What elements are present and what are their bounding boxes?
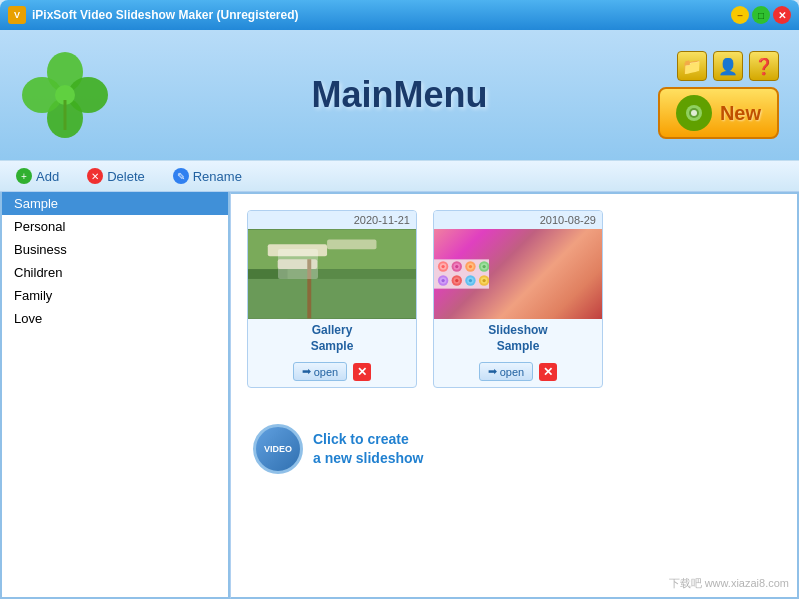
new-button[interactable]: New <box>658 87 779 139</box>
close-button[interactable]: ✕ <box>773 6 791 24</box>
title-bar: V iPixSoft Video Slideshow Maker (Unregi… <box>0 0 799 30</box>
svg-point-23 <box>455 265 458 268</box>
rename-icon: ✎ <box>173 168 189 184</box>
clover-icon <box>20 50 110 140</box>
app-icon: V <box>8 6 26 24</box>
delete-icon: ✕ <box>87 168 103 184</box>
camera-icon <box>683 102 705 124</box>
svg-rect-16 <box>307 259 311 318</box>
gallery-date: 2020-11-21 <box>248 211 416 229</box>
person-icon-button[interactable]: 👤 <box>713 51 743 81</box>
svg-point-38 <box>469 279 472 282</box>
svg-rect-15 <box>248 279 416 319</box>
open-arrow-icon2: ➡ <box>488 365 497 378</box>
header-logo <box>20 50 110 140</box>
slideshow-thumbnail <box>434 229 602 319</box>
header-icons: 📁 👤 ❓ <box>677 51 779 81</box>
gallery-thumb-image <box>248 229 416 319</box>
slideshow-sample-card: 2010-08-29 <box>433 210 603 388</box>
content-items: 2020-11-21 <box>247 210 781 388</box>
page-title: MainMenu <box>312 74 488 116</box>
gallery-thumbnail <box>248 229 416 319</box>
main-content: Sample Personal Business Children Family… <box>0 192 799 599</box>
sidebar-item-children[interactable]: Children <box>2 261 228 284</box>
content-area: 2020-11-21 <box>230 192 799 599</box>
slideshow-thumb-svg <box>434 229 489 319</box>
svg-point-26 <box>469 265 472 268</box>
maximize-button[interactable]: □ <box>752 6 770 24</box>
rename-label: Rename <box>193 169 242 184</box>
svg-rect-12 <box>278 259 318 269</box>
watermark: 下载吧 www.xiazai8.com <box>669 576 789 591</box>
svg-point-41 <box>482 279 485 282</box>
delete-label: Delete <box>107 169 145 184</box>
header-area: MainMenu 📁 👤 ❓ New <box>0 30 799 160</box>
svg-rect-13 <box>327 239 376 249</box>
slideshow-actions: ➡ open ✕ <box>434 358 602 387</box>
svg-rect-11 <box>268 244 327 256</box>
create-new-text: Click to create a new slideshow <box>313 430 423 469</box>
sidebar-item-family[interactable]: Family <box>2 284 228 307</box>
rename-button[interactable]: ✎ Rename <box>167 165 248 187</box>
gallery-delete-button[interactable]: ✕ <box>353 363 371 381</box>
slideshow-thumb-image <box>434 229 602 319</box>
slideshow-open-label: open <box>500 366 524 378</box>
folder-icon-button[interactable]: 📁 <box>677 51 707 81</box>
sidebar-item-business[interactable]: Business <box>2 238 228 261</box>
gallery-thumb-svg <box>248 229 416 319</box>
svg-point-29 <box>482 265 485 268</box>
title-bar-title: iPixSoft Video Slideshow Maker (Unregist… <box>32 8 299 22</box>
sidebar-item-personal[interactable]: Personal <box>2 215 228 238</box>
sidebar-item-love[interactable]: Love <box>2 307 228 330</box>
gallery-sample-card: 2020-11-21 <box>247 210 417 388</box>
slideshow-date: 2010-08-29 <box>434 211 602 229</box>
sidebar-item-sample[interactable]: Sample <box>2 192 228 215</box>
slideshow-open-button[interactable]: ➡ open <box>479 362 533 381</box>
add-icon: + <box>16 168 32 184</box>
create-new-button[interactable]: VIDEO Click to create a new slideshow <box>247 418 781 480</box>
title-bar-left: V iPixSoft Video Slideshow Maker (Unregi… <box>8 6 299 24</box>
sidebar: Sample Personal Business Children Family… <box>0 192 230 599</box>
gallery-open-button[interactable]: ➡ open <box>293 362 347 381</box>
slideshow-delete-button[interactable]: ✕ <box>539 363 557 381</box>
toolbar: + Add ✕ Delete ✎ Rename <box>0 160 799 192</box>
help-icon-button[interactable]: ❓ <box>749 51 779 81</box>
minimize-button[interactable]: – <box>731 6 749 24</box>
svg-point-8 <box>691 110 697 116</box>
new-button-label: New <box>720 102 761 125</box>
slideshow-title: Slideshow Sample <box>434 319 602 358</box>
svg-point-32 <box>441 279 444 282</box>
svg-point-35 <box>455 279 458 282</box>
title-bar-buttons: – □ ✕ <box>731 6 791 24</box>
create-video-icon: VIDEO <box>253 424 303 474</box>
open-arrow-icon: ➡ <box>302 365 311 378</box>
new-button-icon <box>676 95 712 131</box>
gallery-open-label: open <box>314 366 338 378</box>
add-button[interactable]: + Add <box>10 165 65 187</box>
gallery-actions: ➡ open ✕ <box>248 358 416 387</box>
delete-button[interactable]: ✕ Delete <box>81 165 151 187</box>
header-right: 📁 👤 ❓ New <box>658 51 779 139</box>
svg-point-20 <box>441 265 444 268</box>
gallery-title: Gallery Sample <box>248 319 416 358</box>
add-label: Add <box>36 169 59 184</box>
